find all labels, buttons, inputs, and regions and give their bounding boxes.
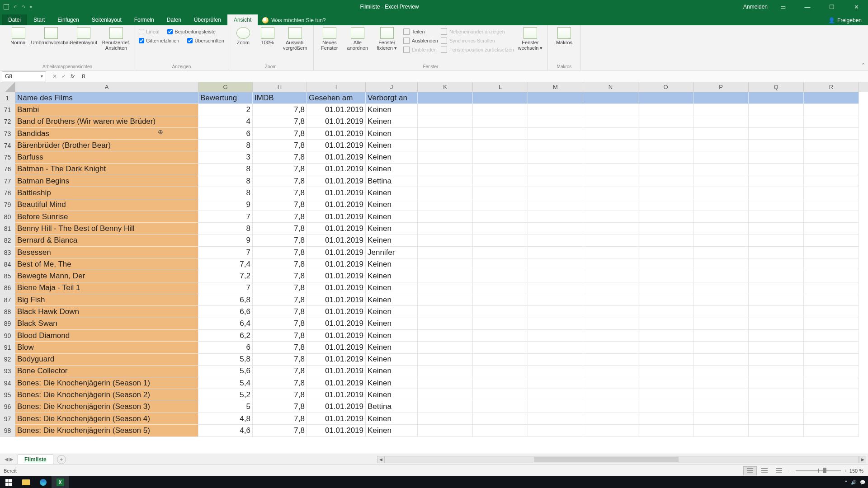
cell-imdb[interactable]: 7,8 xyxy=(253,377,307,389)
cell-imdb[interactable]: 7,8 xyxy=(253,413,307,425)
cell-rating[interactable]: 4,6 xyxy=(198,425,253,436)
cell-rating[interactable]: 7,2 xyxy=(198,270,253,282)
cell-rating[interactable]: 6,2 xyxy=(198,330,253,342)
zoom-out-button[interactable]: − xyxy=(790,468,793,474)
cell-date[interactable]: 01.01.2019 xyxy=(307,223,366,235)
cell-date[interactable]: 01.01.2019 xyxy=(307,175,366,187)
cell-imdb[interactable]: 7,8 xyxy=(253,199,307,211)
cell-imdb[interactable]: 7,8 xyxy=(253,223,307,235)
freeze-panes-button[interactable]: Fenster fixieren ▾ xyxy=(373,27,401,51)
cell-lent-to[interactable]: Keinen xyxy=(366,342,418,353)
cell-imdb[interactable]: 7,8 xyxy=(253,282,307,294)
cell-imdb[interactable]: 7,8 xyxy=(253,116,307,128)
cell-date[interactable]: 01.01.2019 xyxy=(307,294,366,306)
cell-rating[interactable]: 6 xyxy=(198,342,253,353)
cell-lent-to[interactable]: Keinen xyxy=(366,377,418,389)
zoom-slider[interactable] xyxy=(796,470,841,471)
macros-button[interactable]: Makros xyxy=(552,27,577,45)
cell-lent-to[interactable]: Keinen xyxy=(366,270,418,282)
column-header-g[interactable]: G xyxy=(198,82,253,92)
cell-date[interactable]: 01.01.2019 xyxy=(307,389,366,401)
cell-date[interactable]: 01.01.2019 xyxy=(307,270,366,282)
row-header[interactable]: 80 xyxy=(0,211,15,223)
cell-date[interactable]: 01.01.2019 xyxy=(307,164,366,175)
cell-film-name[interactable]: Bärenbrüder (Brother Bear) xyxy=(15,140,198,151)
cell-film-name[interactable]: Blow xyxy=(15,342,198,353)
tell-me-search[interactable]: Was möchten Sie tun? xyxy=(258,15,330,25)
cell-rating[interactable]: 6,6 xyxy=(198,306,253,318)
cell-date[interactable]: 01.01.2019 xyxy=(307,258,366,270)
page-break-preview-button[interactable]: Umbruchvorschau xyxy=(36,27,66,45)
cell-film-name[interactable]: Biene Maja - Teil 1 xyxy=(15,282,198,294)
cell-lent-to[interactable]: Keinen xyxy=(366,199,418,211)
cell-date[interactable]: 01.01.2019 xyxy=(307,342,366,353)
cell-date[interactable]: 01.01.2019 xyxy=(307,140,366,151)
cell-date[interactable]: 01.01.2019 xyxy=(307,151,366,163)
cell-lent-to[interactable]: Keinen xyxy=(366,354,418,366)
sheet-tab-filmliste[interactable]: Filmliste xyxy=(18,455,53,464)
normal-view-button[interactable]: Normal xyxy=(4,27,33,45)
page-layout-button[interactable]: Seitenlayout xyxy=(69,27,99,45)
grid-body[interactable]: 1 Name des Films Bewertung IMDB Gesehen … xyxy=(0,92,868,454)
column-header-q[interactable]: Q xyxy=(749,82,804,92)
cell-lent-to[interactable]: Keinen xyxy=(366,187,418,199)
start-button[interactable] xyxy=(0,476,17,488)
minimize-icon[interactable]: — xyxy=(798,0,816,14)
cell-lent-to[interactable]: Bettina xyxy=(366,401,418,413)
cell-imdb[interactable]: 7,8 xyxy=(253,425,307,436)
zoom-level[interactable]: 150 % xyxy=(849,468,863,474)
cell-rating[interactable]: 7 xyxy=(198,211,253,223)
cell-film-name[interactable]: Besessen xyxy=(15,247,198,258)
cell-date[interactable]: 01.01.2019 xyxy=(307,377,366,389)
cell-film-name[interactable]: Batman Begins xyxy=(15,175,198,187)
cell-imdb[interactable]: 7,8 xyxy=(253,342,307,353)
cell-rating[interactable]: 8 xyxy=(198,175,253,187)
cell-rating[interactable]: 5,4 xyxy=(198,377,253,389)
row-header[interactable]: 97 xyxy=(0,413,15,425)
tab-ansicht[interactable]: Ansicht xyxy=(227,14,258,25)
cell-imdb[interactable]: 7,8 xyxy=(253,128,307,140)
cell-imdb[interactable]: 7,8 xyxy=(253,366,307,377)
cell-rating[interactable]: 8 xyxy=(198,223,253,235)
column-header-j[interactable]: J xyxy=(366,82,418,92)
row-header[interactable]: 83 xyxy=(0,247,15,258)
tab-start[interactable]: Start xyxy=(27,14,51,25)
qat-customize-icon[interactable]: ▾ xyxy=(30,5,32,9)
close-icon[interactable]: ✕ xyxy=(847,0,865,14)
cell-lent-to[interactable]: Keinen xyxy=(366,164,418,175)
column-header-l[interactable]: L xyxy=(473,82,528,92)
zoom-in-button[interactable]: + xyxy=(844,468,846,474)
signin-link[interactable]: Anmelden xyxy=(743,4,768,10)
tab-seitenlayout[interactable]: Seitenlayout xyxy=(85,14,128,25)
cell-header-i[interactable]: Gesehen am xyxy=(307,92,366,104)
cell-rating[interactable]: 5,8 xyxy=(198,354,253,366)
cell-lent-to[interactable]: Keinen xyxy=(366,140,418,151)
cell-lent-to[interactable]: Keinen xyxy=(366,306,418,318)
cell-date[interactable]: 01.01.2019 xyxy=(307,413,366,425)
cell-rating[interactable]: 8 xyxy=(198,164,253,175)
row-header[interactable]: 75 xyxy=(0,151,15,163)
cell-imdb[interactable]: 7,8 xyxy=(253,294,307,306)
redo-icon[interactable]: ↷ xyxy=(22,5,25,9)
row-header[interactable]: 74 xyxy=(0,140,15,151)
cell-header-a[interactable]: Name des Films xyxy=(15,92,198,104)
column-header-p[interactable]: P xyxy=(693,82,749,92)
cell-film-name[interactable]: Black Swan xyxy=(15,318,198,330)
cell-rating[interactable]: 7 xyxy=(198,282,253,294)
cell-lent-to[interactable]: Keinen xyxy=(366,211,418,223)
row-header[interactable]: 96 xyxy=(0,401,15,413)
cell-film-name[interactable]: Before Sunrise xyxy=(15,211,198,223)
cell-rating[interactable]: 6,8 xyxy=(198,294,253,306)
cell-lent-to[interactable]: Keinen xyxy=(366,413,418,425)
cell-rating[interactable]: 5 xyxy=(198,401,253,413)
cell-rating[interactable]: 6,4 xyxy=(198,318,253,330)
split-button[interactable]: Teilen xyxy=(403,27,438,36)
cell-lent-to[interactable]: Keinen xyxy=(366,330,418,342)
cell-date[interactable]: 01.01.2019 xyxy=(307,282,366,294)
row-header[interactable]: 79 xyxy=(0,199,15,211)
row-header[interactable]: 85 xyxy=(0,270,15,282)
cell-film-name[interactable]: Bewegte Mann, Der xyxy=(15,270,198,282)
row-header[interactable]: 82 xyxy=(0,235,15,247)
scroll-right-icon[interactable]: ▶ xyxy=(859,456,866,463)
cell-date[interactable]: 01.01.2019 xyxy=(307,401,366,413)
